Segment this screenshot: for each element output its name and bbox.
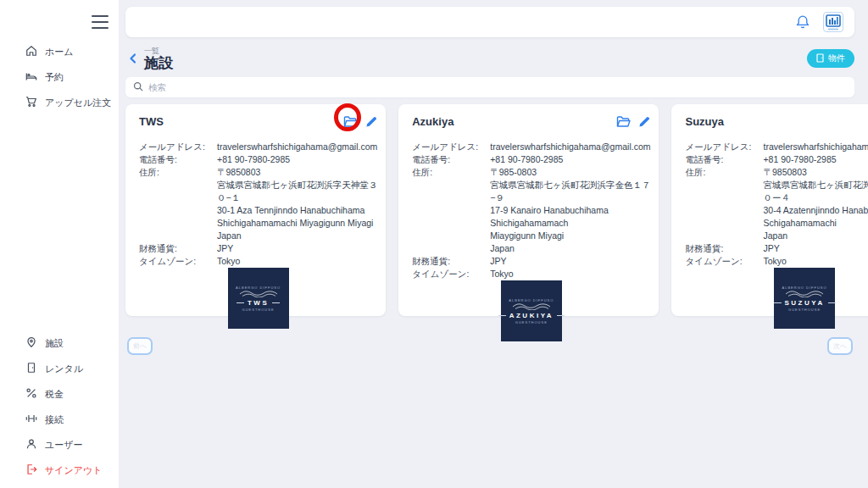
location-pin-icon xyxy=(25,336,37,350)
page-header: 一覧 施設 物件 xyxy=(125,45,854,72)
facility-address: 〒9850803宮城県宮城郡七ヶ浜町花渕浜字天神堂３０−１30-1 Aza Te… xyxy=(217,166,377,242)
page-title: 施設 xyxy=(144,55,173,71)
back-chevron-icon[interactable] xyxy=(125,49,141,68)
facility-card-azukiya: Azukiya メールアドレス:travelerswharfshichigaha… xyxy=(398,104,659,316)
sidebar-item-label: 施設 xyxy=(45,337,64,350)
facility-logo: ALBERGO DIFFUSO SUZUYA GUESTHOUSE xyxy=(774,268,835,329)
facility-timezone: Tokyo xyxy=(217,255,240,268)
facility-currency: JPY xyxy=(763,242,779,255)
facility-timezone: Tokyo xyxy=(763,255,786,268)
sidebar-nav-bottom: 施設 レンタル 税金 接続 ユーザー サインアウト xyxy=(0,330,119,483)
edit-pencil-icon[interactable] xyxy=(365,116,377,128)
field-label: メールアドレス: xyxy=(412,141,490,153)
facility-address: 〒985-0803宮城県宮城郡七ヶ浜町花渕浜字金色１７−９17-9 Kanair… xyxy=(490,166,650,255)
account-logo-avatar[interactable] xyxy=(822,11,844,33)
facility-currency: JPY xyxy=(490,255,506,268)
sidebar-item-users[interactable]: ユーザー xyxy=(0,432,119,458)
pagination: 前へ 次へ xyxy=(125,337,854,355)
facility-name: Suzuya xyxy=(685,115,724,128)
home-icon xyxy=(25,45,37,58)
sidebar-item-home[interactable]: ホーム xyxy=(0,39,119,64)
facility-name: Azukiya xyxy=(412,115,453,128)
field-label: メールアドレス: xyxy=(685,141,763,153)
facility-currency: JPY xyxy=(217,242,233,255)
sidebar-item-label: ユーザー xyxy=(45,439,83,452)
bed-icon xyxy=(25,70,37,84)
sidebar-item-rentals[interactable]: レンタル xyxy=(0,356,119,381)
user-icon xyxy=(25,438,37,452)
sidebar: ホーム 予約 アップセル注文 施設 レンタル 税金 接続 ユーザ xyxy=(0,0,119,488)
field-label: 財務通貨: xyxy=(685,242,763,255)
facility-email: travelerswharfshichigahama@gmail.com xyxy=(490,141,650,153)
facility-cards: TWS メールアドレス:travelerswharfshichigahama@g… xyxy=(125,104,854,316)
sidebar-item-upsell-orders[interactable]: アップセル注文 xyxy=(0,90,119,115)
door-icon xyxy=(816,53,824,64)
field-label: タイムゾーン: xyxy=(685,255,763,268)
field-label: 住所: xyxy=(139,166,217,242)
field-label: 電話番号: xyxy=(139,153,217,166)
facility-logo: ALBERGO DIFFUSO AZUKIYA GUESTHOUSE xyxy=(501,280,562,341)
facility-phone: +81 90-7980-2985 xyxy=(490,153,563,166)
search-input[interactable] xyxy=(148,82,847,92)
folder-open-icon[interactable] xyxy=(343,115,358,128)
door-icon xyxy=(25,362,37,375)
search-icon xyxy=(133,80,143,95)
notifications-bell-icon[interactable] xyxy=(795,14,810,30)
sidebar-item-label: 税金 xyxy=(45,388,64,401)
facility-card-tws: TWS メールアドレス:travelerswharfshichigahama@g… xyxy=(125,104,386,316)
facility-address: 〒9850803宮城県宮城郡七ヶ浜町花渕浜字天神堂３０ー４30-4 Azaten… xyxy=(763,166,868,242)
facility-phone: +81 90-7980-2985 xyxy=(763,153,836,166)
edit-pencil-icon[interactable] xyxy=(638,116,650,128)
facility-email: travelerswharfshichigahama@gmail.com xyxy=(217,141,377,153)
field-label: 住所: xyxy=(685,166,763,242)
sidebar-item-taxes[interactable]: 税金 xyxy=(0,381,119,407)
sidebar-item-label: サインアウト xyxy=(45,464,103,477)
sidebar-item-label: 接続 xyxy=(45,413,64,426)
sidebar-item-signout[interactable]: サインアウト xyxy=(0,458,119,483)
facility-phone: +81 90-7980-2985 xyxy=(217,153,290,166)
cart-icon xyxy=(25,96,37,109)
sidebar-item-reservations[interactable]: 予約 xyxy=(0,64,119,90)
facility-name: TWS xyxy=(139,115,164,128)
percent-icon xyxy=(25,387,37,401)
sidebar-item-facilities[interactable]: 施設 xyxy=(0,330,119,356)
facility-email: travelerswharfshichigahama@gmail.com xyxy=(763,141,868,153)
title-block: 一覧 施設 xyxy=(144,47,173,71)
field-label: タイムゾーン: xyxy=(139,255,217,268)
sidebar-nav-top: ホーム 予約 アップセル注文 xyxy=(0,39,119,115)
field-label: 電話番号: xyxy=(685,153,763,166)
pagination-prev-button[interactable]: 前へ xyxy=(127,337,153,355)
field-label: タイムゾーン: xyxy=(412,268,490,280)
facility-logo: ALBERGO DIFFUSO TWS GUESTHOUSE xyxy=(228,268,289,329)
breadcrumb: 一覧 xyxy=(144,47,173,55)
facility-card-suzuya: Suzuya メールアドレス:travelerswharfshichigaham… xyxy=(671,104,868,316)
field-label: 財務通貨: xyxy=(412,255,490,268)
main-content: 一覧 施設 物件 TWS メールアドレス:travelerswharfshich… xyxy=(119,0,868,488)
search-box xyxy=(125,77,854,97)
sidebar-item-label: 予約 xyxy=(45,71,64,84)
sidebar-item-label: レンタル xyxy=(45,363,83,375)
properties-button-label: 物件 xyxy=(828,53,845,64)
field-label: 財務通貨: xyxy=(139,242,217,255)
field-label: 電話番号: xyxy=(412,153,490,166)
facility-timezone: Tokyo xyxy=(490,268,513,280)
sidebar-item-label: アップセル注文 xyxy=(45,97,111,109)
field-label: 住所: xyxy=(412,166,490,255)
sidebar-item-label: ホーム xyxy=(45,46,74,58)
topbar xyxy=(125,7,854,37)
properties-button[interactable]: 物件 xyxy=(807,49,854,68)
field-label: メールアドレス: xyxy=(139,141,217,153)
signout-icon xyxy=(25,463,37,477)
hamburger-menu-icon[interactable] xyxy=(92,15,108,29)
folder-open-icon[interactable] xyxy=(616,115,631,128)
sidebar-item-connections[interactable]: 接続 xyxy=(0,407,119,432)
connection-icon xyxy=(25,413,37,426)
pagination-next-button[interactable]: 次へ xyxy=(827,337,853,355)
